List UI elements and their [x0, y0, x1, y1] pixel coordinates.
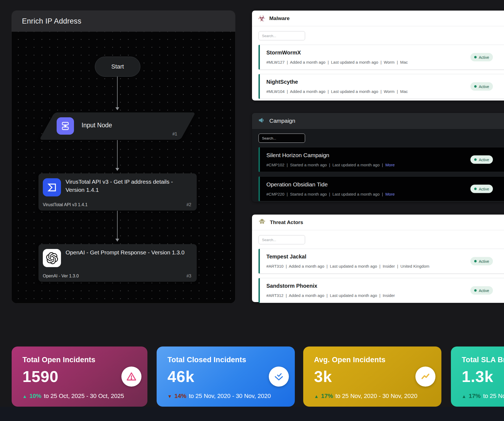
kpi-delta: ▲ 10% to 25 Oct, 2025 - 30 Oct, 2025 [22, 393, 124, 400]
footer-strip [0, 407, 504, 421]
malware-panel-title: Malware [269, 15, 290, 21]
campaign-item-silent-horizon[interactable]: Silent Horizon Campaign #CMP102 | Starte… [259, 147, 504, 172]
status-label: Active [479, 55, 489, 59]
input-node-label: Input Node [82, 122, 112, 129]
input-node-index: #1 [172, 132, 177, 137]
item-meta: #MLW127 | Added a month ago | Last updat… [266, 60, 408, 64]
kpi-delta: ▲ 17% to 25 Nov, 2020 - 30 Nov, 2020 [314, 393, 417, 400]
kpi-delta-percent: 17% [321, 393, 333, 400]
warning-triangle-icon [121, 367, 141, 387]
kpi-delta-period: to 25 Nov, 2020 - 30 Nov, 2020 [335, 393, 418, 400]
kpi-value: 3k [314, 367, 431, 386]
threat-actors-panel: Threat Actors Tempest Jackal #ART310 | A… [252, 215, 504, 302]
status-label: Active [479, 84, 489, 89]
status-label: Active [479, 259, 489, 263]
item-meta: #CMP102 | Started a month ago | Last upd… [266, 163, 383, 167]
malware-item-nightscythe[interactable]: NightScythe #MLW104 | Added a month ago … [259, 74, 504, 99]
malware-item-stormwormx[interactable]: StormWormX #MLW127 | Added a month ago |… [259, 45, 504, 70]
connector-arrow-2 [117, 140, 118, 170]
malware-panel: ☣ Malware StormWormX #MLW127 | Added a m… [252, 11, 504, 101]
kpi-delta-percent: 17% [469, 393, 481, 400]
malware-search-input[interactable] [259, 31, 305, 40]
input-node[interactable]: Input Node #1 [39, 112, 196, 140]
kpi-title: Avg. Open Incidents [314, 356, 431, 364]
item-name: NightScythe [266, 79, 502, 85]
workflow-canvas[interactable]: Start Input Node #1 [12, 32, 235, 303]
openai-node-index: #3 [186, 274, 191, 278]
malware-panel-body: StormWormX #MLW127 | Added a month ago |… [252, 26, 504, 99]
input-node-body: Input Node #1 [47, 112, 188, 140]
status-badge: Active [470, 156, 493, 164]
virustotal-icon [43, 178, 61, 196]
more-link[interactable]: More [385, 163, 395, 167]
kpi-delta-percent: 10% [30, 393, 41, 400]
item-meta: #MLW104 | Added a month ago | Last updat… [266, 89, 408, 94]
virustotal-node-index: #2 [186, 202, 191, 207]
workflow-panel: Enrich IP Address Start Input Node [12, 11, 235, 303]
status-dot [474, 188, 477, 190]
virustotal-node[interactable]: VirusTotal API v3 - Get IP address detai… [38, 173, 197, 210]
status-label: Active [479, 288, 489, 293]
kpi-delta: ▼ 14% to 25 Nov, 2020 - 30 Nov, 2020 [167, 393, 271, 400]
item-meta: #ART310 | Added a month ago | Last updat… [266, 264, 429, 268]
item-meta: #CMP220 | Started a month ago | Last upd… [266, 192, 383, 196]
threat-actors-search-input[interactable] [259, 235, 305, 244]
kpi-delta-percent: 14% [175, 393, 186, 400]
item-name: Sandstorm Phoenix [266, 283, 502, 289]
item-name: StormWormX [266, 50, 502, 56]
status-badge: Active [470, 257, 493, 265]
status-dot [474, 56, 477, 59]
trend-up-icon: ▲ [462, 394, 466, 399]
kpi-value: 1.3k [462, 367, 504, 386]
check-tray-icon [269, 367, 289, 387]
campaign-item-obsidian-tide[interactable]: Operation Obsidian Tide #CMP220 | Starte… [259, 176, 504, 201]
campaign-panel-body: Silent Horizon Campaign #CMP102 | Starte… [252, 129, 504, 201]
kpi-total-sla-breaches[interactable]: Total SLA Breaches 1.3k ▲ 17% to 25 Nov,… [451, 346, 504, 407]
kpi-delta-period: to 25 Nov, 2020 - 30 Nov, 2020 [189, 393, 271, 400]
kpi-value: 46k [167, 367, 284, 386]
more-link[interactable]: More [385, 192, 395, 196]
input-icon [57, 117, 74, 135]
connector-arrow-1 [117, 77, 118, 109]
status-badge: Active [470, 185, 493, 193]
kpi-total-open-incidents[interactable]: Total Open Incidents 1590 ▲ 10% to 25 Oc… [12, 346, 147, 407]
threat-actor-item-tempest-jackal[interactable]: Tempest Jackal #ART310 | Added a month a… [259, 249, 504, 274]
kpi-delta: ▲ 17% to 25 Nov, 2020 - 30 Nov, 2020 [462, 393, 504, 400]
item-name: Silent Horizon Campaign [266, 152, 502, 158]
openai-node-footer: OpenAI - Ver 1.3.0 [43, 274, 79, 278]
kpi-avg-open-incidents[interactable]: Avg. Open Incidents 3k ▲ 17% to 25 Nov, … [303, 346, 441, 407]
item-meta: #ART312 | Added a month ago | Last updat… [266, 293, 395, 298]
malware-panel-header: ☣ Malware [252, 11, 504, 26]
trend-up-icon: ▲ [314, 394, 319, 399]
trending-up-icon [415, 367, 435, 387]
threat-actors-panel-body: Tempest Jackal #ART310 | Added a month a… [252, 230, 504, 303]
threat-actor-item-sandstorm-phoenix[interactable]: Sandstorm Phoenix #ART312 | Added a mont… [259, 278, 504, 303]
status-dot [474, 158, 477, 161]
campaign-search-input[interactable] [259, 134, 305, 143]
virustotal-node-footer: VirustTotal API v3 1.4.1 [43, 202, 88, 207]
item-name: Tempest Jackal [266, 254, 502, 260]
status-label: Active [479, 187, 489, 191]
openai-icon [43, 249, 61, 267]
kpi-total-closed-incidents[interactable]: Total Closed Incidents 46k ▼ 14% to 25 N… [157, 346, 295, 407]
status-badge: Active [470, 82, 493, 91]
workflow-title: Enrich IP Address [22, 17, 81, 25]
openai-node[interactable]: OpenAI - Get Prompt Response - Version 1… [38, 244, 197, 282]
megaphone-icon [258, 116, 266, 125]
threat-actors-panel-header: Threat Actors [252, 215, 504, 230]
campaign-panel: Campaign Silent Horizon Campaign #CMP102… [252, 113, 504, 202]
status-label: Active [479, 157, 489, 162]
connector-arrow-3 [117, 211, 118, 241]
kpi-delta-period: to 25 Nov, 2020 - 30 Nov, 2020 [483, 393, 504, 400]
item-name: Operation Obsidian Tide [266, 181, 502, 188]
virustotal-node-title: VirusTotal API v3 - Get IP address detai… [66, 178, 193, 194]
spy-icon [258, 218, 266, 227]
status-badge: Active [470, 286, 493, 295]
status-badge: Active [470, 53, 493, 61]
status-dot [474, 85, 477, 88]
start-node[interactable]: Start [95, 57, 140, 77]
status-dot [474, 289, 477, 292]
kpi-title: Total Open Incidents [22, 356, 137, 364]
kpi-title: Total Closed Incidents [167, 356, 284, 364]
campaign-panel-title: Campaign [269, 118, 295, 124]
